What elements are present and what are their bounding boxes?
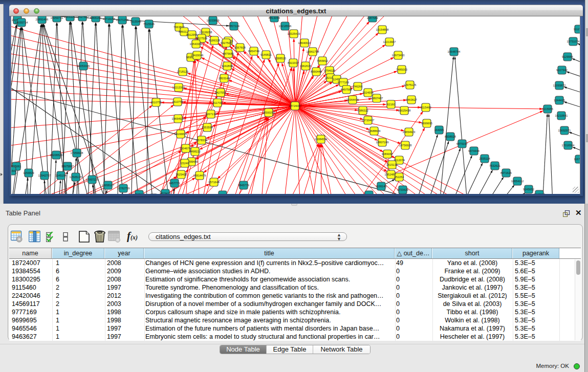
svg-text:9829412: 9829412 <box>160 192 171 195</box>
svg-text:746266: 746266 <box>353 85 363 88</box>
svg-text:19654925: 19654925 <box>172 117 185 120</box>
svg-text:1571644: 1571644 <box>208 181 220 184</box>
svg-text:20053346: 20053346 <box>77 64 90 68</box>
svg-text:14055714: 14055714 <box>15 21 28 24</box>
svg-text:252254: 252254 <box>395 176 404 179</box>
svg-text:8454749: 8454749 <box>248 50 259 53</box>
svg-text:15720407: 15720407 <box>362 119 375 122</box>
svg-text:8215955: 8215955 <box>542 107 553 111</box>
svg-text:16033809: 16033809 <box>207 19 220 22</box>
svg-text:1145194: 1145194 <box>55 174 66 177</box>
svg-text:18640910: 18640910 <box>298 41 311 45</box>
svg-text:9794028: 9794028 <box>324 69 335 72</box>
svg-text:12505135: 12505135 <box>70 176 82 179</box>
svg-text:9463627: 9463627 <box>406 98 417 101</box>
svg-text:6466160: 6466160 <box>90 16 101 19</box>
svg-text:7485003: 7485003 <box>396 68 407 71</box>
svg-text:6879197: 6879197 <box>456 142 468 145</box>
svg-text:9327508: 9327508 <box>221 41 232 45</box>
svg-text:62160: 62160 <box>387 103 395 106</box>
svg-text:20206526: 20206526 <box>50 154 63 157</box>
svg-text:19384554: 19384554 <box>315 138 328 141</box>
svg-text:8938928: 8938928 <box>445 135 456 138</box>
svg-text:9827509: 9827509 <box>196 37 207 40</box>
svg-text:19218596: 19218596 <box>279 25 292 28</box>
svg-text:2087682: 2087682 <box>367 16 378 19</box>
svg-text:1362615: 1362615 <box>300 64 311 68</box>
svg-text:19359731: 19359731 <box>51 16 63 19</box>
svg-text:7625402: 7625402 <box>176 173 187 176</box>
svg-text:9245652: 9245652 <box>523 188 534 191</box>
svg-text:2803144: 2803144 <box>219 77 230 80</box>
svg-text:7515546: 7515546 <box>143 23 155 26</box>
svg-text:9474444: 9474444 <box>468 149 480 152</box>
svg-text:19975867: 19975867 <box>61 165 74 168</box>
svg-text:10653267: 10653267 <box>64 16 77 18</box>
svg-text:9227342: 9227342 <box>556 69 568 72</box>
svg-text:10046766: 10046766 <box>180 147 192 150</box>
svg-text:15391941: 15391941 <box>363 193 376 195</box>
svg-text:7632621: 7632621 <box>489 164 500 167</box>
svg-text:9498222: 9498222 <box>189 150 201 153</box>
svg-text:1156829: 1156829 <box>23 171 34 174</box>
svg-text:1610755: 1610755 <box>150 101 162 104</box>
svg-text:1136141: 1136141 <box>376 185 386 188</box>
svg-text:16961758: 16961758 <box>307 50 319 53</box>
svg-text:1244415: 1244415 <box>554 99 565 102</box>
svg-text:7955812: 7955812 <box>317 59 328 62</box>
svg-text:16210641: 16210641 <box>555 114 568 117</box>
svg-text:1112745: 1112745 <box>574 28 580 31</box>
svg-text:1292344: 1292344 <box>217 193 228 195</box>
svg-text:1615132: 1615132 <box>386 163 398 166</box>
svg-text:10154808: 10154808 <box>376 28 389 31</box>
svg-text:1588520: 1588520 <box>275 57 286 60</box>
svg-text:18807249: 18807249 <box>376 141 389 144</box>
svg-text:9084067: 9084067 <box>382 152 393 156</box>
svg-text:23420046: 23420046 <box>191 54 204 57</box>
svg-text:9457771: 9457771 <box>169 182 180 185</box>
svg-text:13325419: 13325419 <box>288 32 300 35</box>
svg-text:15751074: 15751074 <box>567 40 580 43</box>
svg-text:12213967: 12213967 <box>383 40 396 43</box>
svg-text:391541: 391541 <box>11 169 16 172</box>
svg-text:10025438: 10025438 <box>398 109 411 112</box>
svg-text:8322037: 8322037 <box>288 61 299 64</box>
svg-text:16543382: 16543382 <box>190 42 203 46</box>
svg-text:15692971: 15692971 <box>558 129 571 132</box>
svg-text:20891406: 20891406 <box>36 18 49 21</box>
svg-text:7386322: 7386322 <box>357 109 368 112</box>
svg-text:10719155: 10719155 <box>103 17 116 20</box>
svg-text:9777169: 9777169 <box>338 81 349 84</box>
svg-text:411700: 411700 <box>213 101 222 104</box>
svg-text:7857224: 7857224 <box>228 25 239 28</box>
svg-text:17957225: 17957225 <box>86 178 99 181</box>
svg-text:3024554: 3024554 <box>362 91 374 94</box>
svg-text:12942757: 12942757 <box>38 174 51 177</box>
svg-text:8990448: 8990448 <box>311 70 322 73</box>
svg-text:8471626: 8471626 <box>500 171 512 174</box>
svg-text:17016504: 17016504 <box>562 144 575 147</box>
svg-text:8186328: 8186328 <box>209 39 220 42</box>
svg-text:19654923: 19654923 <box>403 130 416 134</box>
svg-text:18300295: 18300295 <box>263 111 275 114</box>
svg-text:12093872: 12093872 <box>553 84 566 87</box>
svg-text:10688609: 10688609 <box>368 129 381 133</box>
svg-text:1167531: 1167531 <box>574 158 580 161</box>
svg-text:19756928: 19756928 <box>399 144 412 147</box>
svg-text:18724007: 18724007 <box>289 104 301 107</box>
svg-text:2935114: 2935114 <box>479 157 490 160</box>
svg-text:8427552: 8427552 <box>215 91 226 94</box>
svg-text:12975125: 12975125 <box>404 83 417 86</box>
svg-text:12923446: 12923446 <box>133 193 146 195</box>
svg-text:23226058: 23226058 <box>200 31 212 34</box>
svg-text:16648784: 16648784 <box>448 50 461 53</box>
svg-text:1733426: 1733426 <box>397 188 408 191</box>
svg-text:8578334: 8578334 <box>196 139 207 142</box>
svg-text:9242848: 9242848 <box>222 64 233 68</box>
svg-text:8912954: 8912954 <box>186 33 198 36</box>
svg-text:9845779: 9845779 <box>238 184 249 187</box>
svg-text:9245012: 9245012 <box>534 193 545 195</box>
svg-text:3267130: 3267130 <box>205 113 216 116</box>
svg-text:9115460: 9115460 <box>420 106 431 109</box>
svg-text:9129966: 9129966 <box>562 55 573 58</box>
